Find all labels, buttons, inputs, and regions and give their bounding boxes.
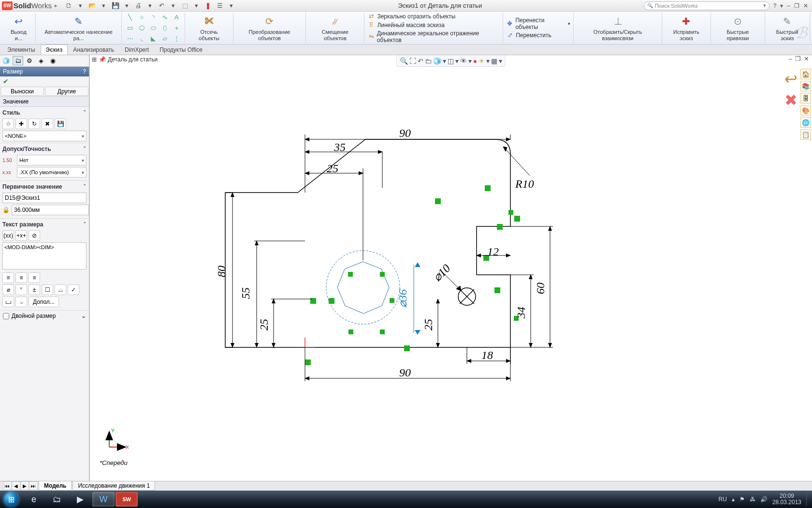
repair-sketch-button[interactable]: ✚Исправить эскиз bbox=[665, 15, 708, 41]
tab-features[interactable]: Элементы bbox=[2, 45, 41, 55]
dynamic-mirror-button[interactable]: ⇋Динамическое зеркальное отражение объек… bbox=[367, 30, 500, 44]
lock-icon[interactable]: 🔒 bbox=[2, 207, 10, 213]
taskbar-solidworks[interactable]: SW bbox=[116, 492, 138, 507]
view-orient-icon[interactable]: 🧊 bbox=[433, 57, 441, 65]
style-update-icon[interactable]: ↻ bbox=[29, 119, 40, 129]
undo-icon[interactable]: ↶ bbox=[157, 1, 167, 10]
ok-button[interactable]: ✔ bbox=[0, 76, 89, 86]
drop-icon[interactable]: ▾ bbox=[780, 2, 783, 9]
dimxpert-mgr-icon[interactable]: ◈ bbox=[36, 56, 46, 65]
dim-25[interactable]: 25 bbox=[327, 162, 338, 175]
restore-icon[interactable]: ❐ bbox=[794, 2, 799, 9]
linear-pattern-button[interactable]: ⠿Линейный массив эскиза bbox=[367, 21, 444, 30]
dim-35[interactable]: 35 bbox=[334, 141, 346, 153]
save-icon[interactable]: 💾 bbox=[111, 1, 120, 10]
print-icon[interactable]: 🖨 bbox=[134, 1, 144, 10]
dim-18[interactable]: 18 bbox=[481, 349, 493, 361]
tray-lang[interactable]: RU bbox=[719, 496, 727, 503]
drop-icon[interactable]: ▾ bbox=[145, 1, 155, 10]
sketch-exit-icon[interactable]: ↩ bbox=[784, 70, 798, 88]
help-icon[interactable]: ? bbox=[773, 2, 777, 9]
sym8-icon[interactable]: ⌵ bbox=[15, 297, 27, 307]
sym7-icon[interactable]: ⌴ bbox=[2, 297, 14, 307]
tab-dimxpert[interactable]: DimXpert bbox=[119, 45, 154, 55]
tab-office[interactable]: Продукты Office bbox=[154, 45, 208, 55]
point-icon[interactable]: ＋ bbox=[171, 23, 182, 33]
render-icon[interactable]: ▦ bbox=[491, 57, 497, 65]
taskbar-ie[interactable]: e bbox=[23, 492, 45, 507]
justify-right-icon[interactable]: ≡ bbox=[29, 272, 40, 283]
poly-icon[interactable]: ⬡ bbox=[136, 23, 147, 33]
rect-icon[interactable]: ▭ bbox=[125, 23, 135, 33]
sym2-icon[interactable]: ° bbox=[15, 284, 27, 295]
dim-60[interactable]: 60 bbox=[534, 283, 547, 294]
zoom-area-icon[interactable]: ⛶ bbox=[409, 57, 416, 65]
plane-icon[interactable]: ▱ bbox=[160, 34, 170, 44]
dimension-name-field[interactable] bbox=[2, 193, 87, 203]
feature-tree-icon[interactable]: 🧊 bbox=[1, 56, 12, 65]
max-icon[interactable]: ❐ bbox=[795, 55, 801, 62]
custom-props-icon[interactable]: 📋 bbox=[800, 129, 811, 140]
taskbar-explorer[interactable]: 🗂 bbox=[46, 492, 68, 507]
sketch-cancel-icon[interactable]: ✖ bbox=[784, 91, 798, 109]
sym5-icon[interactable]: ⌓ bbox=[55, 284, 66, 295]
convert-button[interactable]: ⟳Преобразование объектов bbox=[236, 15, 303, 41]
explorer-icon[interactable]: 🗄 bbox=[800, 93, 811, 104]
tab-evaluate[interactable]: Анализировать bbox=[68, 45, 119, 55]
tab-motion[interactable]: Исследование движения 1 bbox=[72, 481, 155, 491]
tab-next-icon[interactable]: ▶ bbox=[20, 481, 29, 490]
slot-icon[interactable]: ⬭ bbox=[148, 23, 159, 33]
quick-snaps-button[interactable]: ⊙Быстрые привязки bbox=[714, 15, 761, 41]
dim-36[interactable]: ⌀36 bbox=[396, 289, 409, 308]
tab-first-icon[interactable]: ⏮ bbox=[3, 481, 12, 490]
view-palette-icon[interactable]: 🎨 bbox=[800, 105, 811, 116]
open-icon[interactable]: 📂 bbox=[87, 1, 97, 10]
justify-left-icon[interactable]: ≡ bbox=[2, 272, 14, 283]
style-delete-icon[interactable]: ✖ bbox=[42, 119, 53, 129]
offset-button[interactable]: ⫽Смещение объектов bbox=[309, 15, 361, 41]
dim-90-bot[interactable]: 90 bbox=[399, 366, 411, 379]
resources-icon[interactable]: 🏠 bbox=[800, 69, 811, 79]
library-icon[interactable]: 📚 bbox=[800, 81, 811, 91]
dual-dimension-check[interactable]: Двойной размер⌄ bbox=[0, 311, 89, 321]
expand-icon[interactable]: ▸ bbox=[55, 2, 58, 9]
dim-34[interactable]: 34 bbox=[515, 307, 527, 319]
start-button[interactable]: ⊞ bbox=[0, 491, 22, 508]
tab-model[interactable]: Модель bbox=[39, 481, 72, 491]
search-input[interactable]: Поиск SolidWorks▾ bbox=[644, 1, 769, 10]
help-icon[interactable]: ? bbox=[83, 68, 86, 75]
dimension-text-area[interactable]: <MOD-DIAM><DIM> bbox=[2, 242, 87, 269]
section-icon[interactable]: 🗀 bbox=[425, 57, 432, 65]
dim-55[interactable]: 55 bbox=[239, 287, 252, 299]
sym3-icon[interactable]: ± bbox=[29, 284, 40, 295]
appearance-icon[interactable]: ● bbox=[473, 57, 477, 65]
chip-other[interactable]: Другие bbox=[45, 87, 88, 96]
prev-view-icon[interactable]: ↶ bbox=[418, 57, 423, 65]
drop-icon[interactable]: ▾ bbox=[76, 1, 86, 10]
min-icon[interactable]: – bbox=[789, 55, 792, 62]
text-right-icon[interactable]: ⊘ bbox=[29, 230, 40, 241]
style-favorite-icon[interactable]: ☆ bbox=[2, 119, 14, 129]
tray-clock[interactable]: 20:0928.03.2013 bbox=[772, 493, 801, 506]
text-left-icon[interactable]: (xx) bbox=[2, 230, 14, 241]
taskbar-word[interactable]: W bbox=[92, 492, 115, 507]
property-mgr-icon[interactable]: 🗂 bbox=[13, 56, 23, 65]
hide-show-icon[interactable]: 👁 bbox=[460, 57, 467, 65]
drop-icon[interactable]: ▾ bbox=[122, 1, 132, 10]
move-entities-button[interactable]: ✥Перенести объекты▾ bbox=[506, 16, 570, 31]
appearances-icon[interactable]: 🌐 bbox=[800, 117, 811, 128]
dim-90-top[interactable]: 90 bbox=[399, 127, 411, 139]
dim-25b[interactable]: 25 bbox=[422, 319, 435, 330]
zoom-fit-icon[interactable]: 🔍 bbox=[400, 57, 408, 65]
display-style-icon[interactable]: ◫ bbox=[448, 57, 454, 65]
chip-leaders[interactable]: Выноски bbox=[0, 87, 44, 96]
line-icon[interactable]: ╲ bbox=[125, 13, 135, 22]
sketch-viewport[interactable]: 90 35 25 R10 80 55 25 ⌀36 ⌀10 25 12 60 3… bbox=[90, 67, 767, 454]
collapse-icon[interactable]: ⌃ bbox=[83, 221, 87, 228]
more-icon[interactable]: ⋮ bbox=[171, 34, 182, 44]
text-center-icon[interactable]: +x+ bbox=[15, 230, 27, 241]
mirror-button[interactable]: ⇄Зеркально отразить объекты bbox=[367, 12, 455, 21]
graphics-area[interactable]: ⊞📌Деталь для статьи –❐✕ 🔍⛶↶🗀🧊▾◫▾👁▾●☀▾▦▾ … bbox=[89, 55, 812, 481]
drop-icon[interactable]: ▾ bbox=[192, 1, 202, 10]
more-symbols-button[interactable]: Допол... bbox=[29, 297, 59, 307]
